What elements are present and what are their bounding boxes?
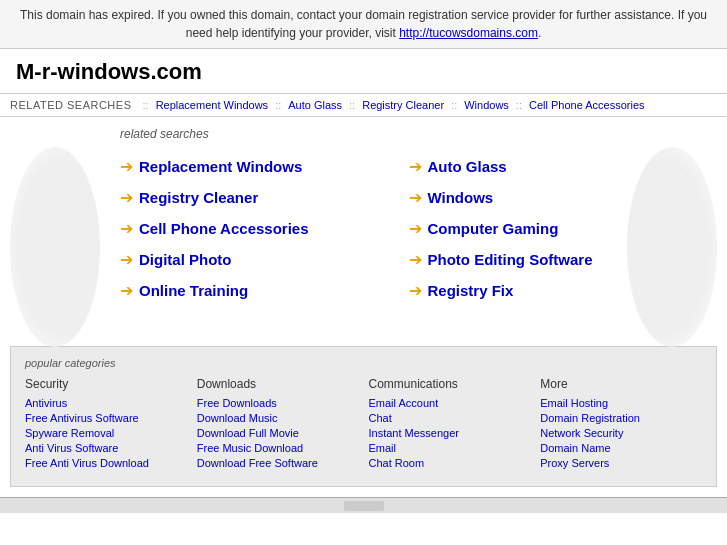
domain-title: M-r-windows.com <box>0 49 727 93</box>
arrow-icon: ➔ <box>120 281 133 300</box>
related-searches-label: related searches <box>120 127 697 141</box>
cat-link-free-music-download[interactable]: Free Music Download <box>197 442 359 454</box>
cat-header-security: Security <box>25 377 187 391</box>
arrow-icon: ➔ <box>120 219 133 238</box>
cat-link-email-account[interactable]: Email Account <box>369 397 531 409</box>
notification-text: This domain has expired. If you owned th… <box>20 8 707 40</box>
bar-link-cell-phone[interactable]: Cell Phone Accessories <box>529 99 645 111</box>
link-replacement-windows[interactable]: Replacement Windows <box>139 158 302 175</box>
cat-col-security: Security Antivirus Free Antivirus Softwa… <box>25 377 187 472</box>
cat-link-free-downloads[interactable]: Free Downloads <box>197 397 359 409</box>
cat-link-spyware[interactable]: Spyware Removal <box>25 427 187 439</box>
cat-link-free-anti-virus-download[interactable]: Free Anti Virus Download <box>25 457 187 469</box>
arrow-icon: ➔ <box>120 250 133 269</box>
bar-link-registry-cleaner[interactable]: Registry Cleaner <box>362 99 444 111</box>
cat-link-email-hosting[interactable]: Email Hosting <box>540 397 702 409</box>
cat-link-instant-messenger[interactable]: Instant Messenger <box>369 427 531 439</box>
related-bar: RELATED SEARCHES :: Replacement Windows … <box>0 93 727 117</box>
arrow-icon: ➔ <box>409 281 422 300</box>
decorative-circle-left <box>10 147 100 347</box>
arrow-icon: ➔ <box>409 157 422 176</box>
cat-link-chat[interactable]: Chat <box>369 412 531 424</box>
link-windows[interactable]: Windows <box>428 189 494 206</box>
search-item-digital-photo: ➔ Digital Photo <box>120 244 409 275</box>
link-registry-fix[interactable]: Registry Fix <box>428 282 514 299</box>
cat-col-more: More Email Hosting Domain Registration N… <box>540 377 702 472</box>
arrow-icon: ➔ <box>409 188 422 207</box>
popular-categories: popular categories Security Antivirus Fr… <box>10 346 717 487</box>
bottom-scrollbar[interactable] <box>0 497 727 513</box>
tucows-link[interactable]: http://tucowsdomains.com <box>399 26 538 40</box>
cat-col-downloads: Downloads Free Downloads Download Music … <box>197 377 359 472</box>
cat-link-network-security[interactable]: Network Security <box>540 427 702 439</box>
bar-link-auto-glass[interactable]: Auto Glass <box>288 99 342 111</box>
search-grid: ➔ Replacement Windows ➔ Auto Glass ➔ Reg… <box>120 151 697 306</box>
link-cell-phone-accessories[interactable]: Cell Phone Accessories <box>139 220 309 237</box>
arrow-icon: ➔ <box>409 250 422 269</box>
categories-grid: Security Antivirus Free Antivirus Softwa… <box>25 377 702 472</box>
search-item-online-training: ➔ Online Training <box>120 275 409 306</box>
cat-link-domain-registration[interactable]: Domain Registration <box>540 412 702 424</box>
search-item-cell-phone: ➔ Cell Phone Accessories <box>120 213 409 244</box>
bar-link-replacement-windows[interactable]: Replacement Windows <box>156 99 269 111</box>
link-computer-gaming[interactable]: Computer Gaming <box>428 220 559 237</box>
main-content: related searches ➔ Replacement Windows ➔… <box>0 117 727 336</box>
bar-link-windows[interactable]: Windows <box>464 99 509 111</box>
popular-label: popular categories <box>25 357 702 369</box>
notification-bar: This domain has expired. If you owned th… <box>0 0 727 49</box>
cat-header-communications: Communications <box>369 377 531 391</box>
cat-link-proxy-servers[interactable]: Proxy Servers <box>540 457 702 469</box>
cat-link-antivirus[interactable]: Antivirus <box>25 397 187 409</box>
link-digital-photo[interactable]: Digital Photo <box>139 251 232 268</box>
cat-link-free-antivirus[interactable]: Free Antivirus Software <box>25 412 187 424</box>
arrow-icon: ➔ <box>409 219 422 238</box>
cat-link-anti-virus-software[interactable]: Anti Virus Software <box>25 442 187 454</box>
cat-link-email[interactable]: Email <box>369 442 531 454</box>
arrow-icon: ➔ <box>120 188 133 207</box>
search-item-replacement-windows: ➔ Replacement Windows <box>120 151 409 182</box>
cat-link-domain-name[interactable]: Domain Name <box>540 442 702 454</box>
cat-link-chat-room[interactable]: Chat Room <box>369 457 531 469</box>
decorative-circle-right <box>627 147 717 347</box>
cat-link-download-free-software[interactable]: Download Free Software <box>197 457 359 469</box>
search-item-registry-cleaner: ➔ Registry Cleaner <box>120 182 409 213</box>
link-online-training[interactable]: Online Training <box>139 282 248 299</box>
link-auto-glass[interactable]: Auto Glass <box>428 158 507 175</box>
link-photo-editing-software[interactable]: Photo Editing Software <box>428 251 593 268</box>
cat-header-downloads: Downloads <box>197 377 359 391</box>
arrow-icon: ➔ <box>120 157 133 176</box>
cat-link-download-music[interactable]: Download Music <box>197 412 359 424</box>
cat-col-communications: Communications Email Account Chat Instan… <box>369 377 531 472</box>
scrollbar-thumb[interactable] <box>344 501 384 511</box>
related-bar-label: RELATED SEARCHES <box>10 99 132 111</box>
cat-header-more: More <box>540 377 702 391</box>
link-registry-cleaner[interactable]: Registry Cleaner <box>139 189 258 206</box>
cat-link-download-full-movie[interactable]: Download Full Movie <box>197 427 359 439</box>
